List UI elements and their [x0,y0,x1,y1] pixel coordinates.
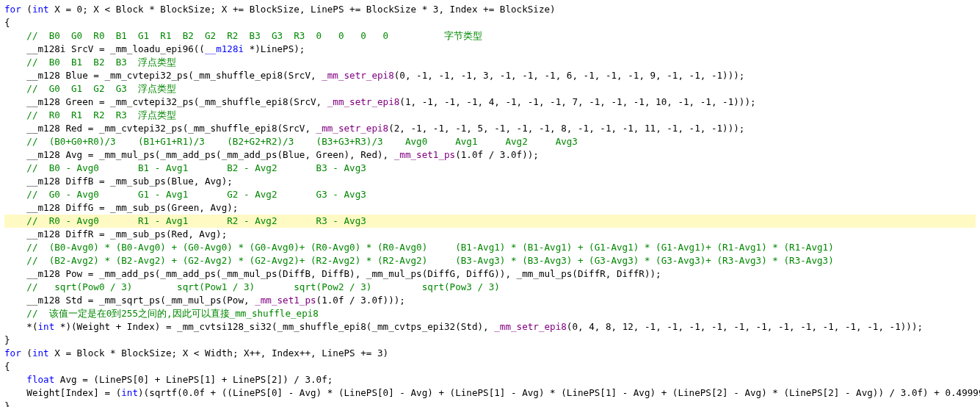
brace-open: { [4,17,10,28]
line-avg: __m128 Avg = _mm_mul_ps(_mm_add_ps(_mm_a… [4,149,539,160]
kw-int: int [32,4,49,15]
line-float-avg: float Avg = (LinePS[0] + LinePS[1] + Lin… [4,374,333,385]
brace-open: { [4,361,10,372]
for-loop-body: X = 0; X < Block * BlockSize; X += Block… [49,4,556,15]
line-red: __m128 Red = _mm_cvtepi32_ps(_mm_shuffle… [4,123,744,134]
for-loop-1: for (int X = 0; X < Block * BlockSize; X… [4,4,556,15]
line-weight: *(int *)(Weight + Index) = _mm_cvtsi128_… [4,321,923,332]
line-blue: __m128 Blue = _mm_cvtepi32_ps(_mm_shuffl… [4,70,744,81]
line-srcv: __m128i SrcV = _mm_loadu_epi96((__m128i … [4,43,305,54]
line-diffr: __m128 DiffR = _mm_sub_ps(Red, Avg); [4,228,227,239]
comment-sqrt: // sqrt(Pow0 / 3) sqrt(Pow1 / 3) sqrt(Po… [4,281,500,292]
line-diffg: __m128 DiffG = _mm_sub_ps(Green, Avg); [4,202,238,213]
brace-close: } [4,334,10,345]
comment-1: // B0 G0 R0 B1 G1 R1 B2 G2 R2 B3 G3 R3 0… [4,30,482,41]
for-loop-2: for (int X = Block * BlockSize; X < Widt… [4,347,388,359]
comment-range: // 该值一定是在0到255之间的,因此可以直接_mm_shuffle_epi8 [4,308,319,319]
highlighted-line: // R0 - Avg0 R1 - Avg1 R2 - Avg2 R3 - Av… [4,215,976,228]
kw-int: int [32,347,49,359]
code-block: for (int X = 0; X < Block * BlockSize; X… [0,0,980,407]
line-green: __m128 Green = _mm_cvtepi32_ps(_mm_shuff… [4,96,756,107]
line-pow: __m128 Pow = _mm_add_ps(_mm_add_ps(_mm_m… [4,268,661,279]
comment-blue: // B0 B1 B2 B3 浮点类型 [4,57,176,68]
kw-for: for [4,4,21,15]
comment-diffr: // R0 - Avg0 R1 - Avg1 R2 - Avg2 R3 - Av… [4,215,366,226]
comment-avg: // (B0+G0+R0)/3 (B1+G1+R1)/3 (B2+G2+R2)/… [4,136,578,147]
comment-red: // R0 R1 R2 R3 浮点类型 [4,109,176,120]
comment-diffb: // B0 - Avg0 B1 - Avg1 B2 - Avg2 B3 - Av… [4,162,366,173]
for-loop-body: X = Block * BlockSize; X < Width; X++, I… [49,347,389,359]
brace-close: } [4,400,10,407]
line-diffb: __m128 DiffB = _mm_sub_ps(Blue, Avg); [4,176,233,187]
comment-green: // G0 G1 G2 G3 浮点类型 [4,83,176,94]
kw-for: for [4,347,21,359]
comment-pow-1: // (B0-Avg0) * (B0-Avg0) + (G0-Avg0) * (… [4,242,834,253]
comment-diffg: // G0 - Avg0 G1 - Avg1 G2 - Avg2 G3 - Av… [4,189,366,200]
comment-pow-2: // (B2-Avg2) * (B2-Avg2) + (G2-Avg2) * (… [4,255,834,266]
line-weight-index: Weight[Index] = (int)(sqrtf(0.0f + ((Lin… [4,387,980,398]
line-std: __m128 Std = _mm_sqrt_ps(_mm_mul_ps(Pow,… [4,295,405,306]
